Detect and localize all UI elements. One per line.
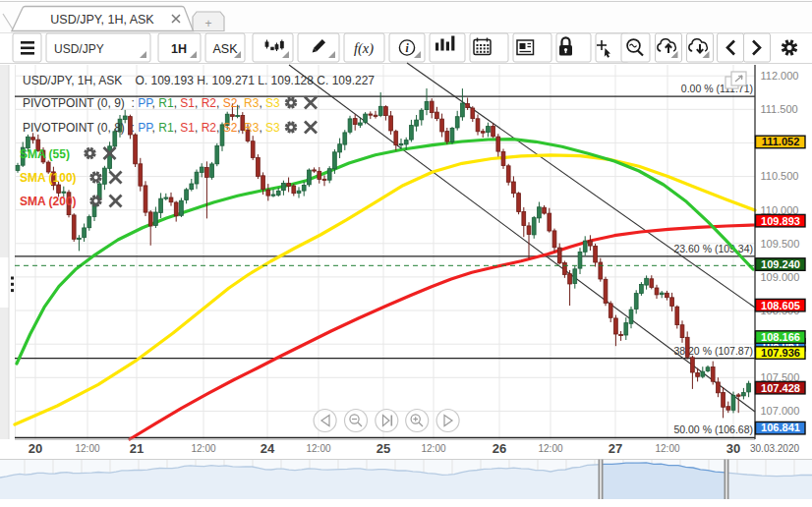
svg-text:12:00: 12:00 — [75, 443, 99, 454]
svg-text:12:00: 12:00 — [421, 443, 445, 454]
svg-text:107.000: 107.000 — [761, 405, 800, 417]
svg-text:12:00: 12:00 — [306, 443, 330, 454]
svg-text:USD/JPY: USD/JPY — [54, 42, 104, 56]
svg-text:109.240: 109.240 — [761, 258, 800, 270]
svg-text:107.428: 107.428 — [761, 382, 800, 394]
svg-text:20: 20 — [29, 441, 42, 456]
svg-text:106.841: 106.841 — [761, 422, 800, 433]
svg-text:SMA (100): SMA (100) — [20, 171, 77, 185]
svg-text:107.936: 107.936 — [761, 347, 800, 359]
svg-text:111.500: 111.500 — [761, 103, 798, 115]
svg-text:109.893: 109.893 — [761, 215, 800, 227]
svg-text:108.166: 108.166 — [761, 331, 800, 343]
svg-text:1H: 1H — [171, 42, 187, 56]
svg-text:USD/JPY, 1H, ASK O. 109.193: USD/JPY, 1H, ASK O. 109.193 H. 109.271 L… — [23, 74, 375, 87]
svg-text:SMA (55): SMA (55) — [20, 147, 70, 161]
svg-text:30: 30 — [726, 441, 740, 456]
svg-text:12:00: 12:00 — [191, 443, 215, 454]
svg-text:f(x): f(x) — [354, 40, 374, 57]
svg-text:12:00: 12:00 — [655, 443, 679, 454]
svg-text:110.500: 110.500 — [761, 170, 799, 182]
svg-text:109.000: 109.000 — [761, 271, 800, 283]
svg-text:50.00 % (106.68): 50.00 % (106.68) — [673, 423, 753, 435]
svg-text:26: 26 — [493, 441, 506, 456]
svg-text:ASK: ASK — [212, 42, 238, 56]
svg-text:108.605: 108.605 — [761, 300, 800, 311]
svg-text:112.000: 112.000 — [761, 70, 799, 82]
svg-text:111.052: 111.052 — [762, 136, 800, 147]
svg-text:PIVOTPOINT (0, 9) : PP, R1, S: PIVOTPOINT (0, 9) : PP, R1, S1, R2, S2, … — [23, 96, 280, 110]
svg-text:+: + — [204, 17, 211, 30]
svg-text:21: 21 — [130, 441, 144, 456]
svg-text:30.03.2020: 30.03.2020 — [750, 443, 799, 454]
svg-text:12:00: 12:00 — [538, 443, 562, 454]
svg-text:109.500: 109.500 — [761, 238, 800, 250]
svg-text:25: 25 — [377, 441, 390, 456]
svg-text:24: 24 — [261, 441, 275, 456]
svg-text:USD/JPY, 1H, ASK: USD/JPY, 1H, ASK — [50, 13, 154, 27]
svg-text:SMA (200): SMA (200) — [20, 195, 77, 208]
svg-text:23.60 % (109.34): 23.60 % (109.34) — [673, 243, 753, 254]
svg-text:PIVOTPOINT (0, 8) : PP, R1, S: PIVOTPOINT (0, 8) : PP, R1, S1, R2, S2, … — [23, 121, 280, 135]
svg-text:27: 27 — [609, 441, 622, 456]
